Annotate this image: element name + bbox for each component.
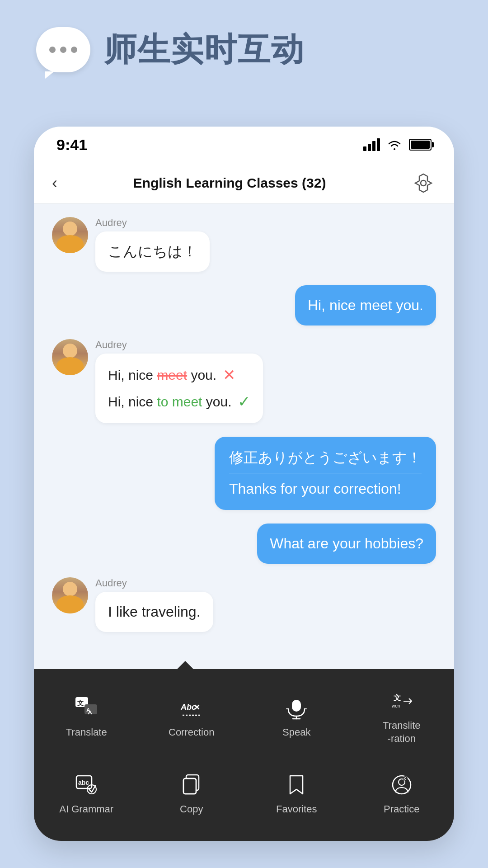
sender-name: Audrey	[95, 577, 213, 589]
menu-label-translate: Translate	[66, 726, 107, 739]
menu-label-favorites: Favorites	[276, 803, 317, 816]
svg-rect-7	[292, 700, 301, 712]
check-icon: ✓	[238, 390, 250, 413]
cross-icon: ✕	[223, 363, 235, 387]
svg-text:文: 文	[394, 693, 401, 702]
menu-item-transliteration[interactable]: 文 wen Translite -ration	[349, 678, 455, 755]
menu-label-practice: Practice	[384, 803, 419, 816]
status-time: 9:41	[56, 136, 87, 154]
message-text-line2: Thanks for your correction!	[229, 481, 401, 497]
menu-item-practice[interactable]: Practice	[349, 755, 455, 832]
menu-label-ai-grammar: AI Grammar	[59, 803, 113, 816]
avatar	[52, 577, 88, 613]
message-text-line1: 修正ありがとうございます！	[229, 449, 422, 466]
top-title: 师生实时互动	[104, 28, 305, 71]
signal-icon	[363, 138, 380, 151]
status-bar: 9:41	[34, 127, 454, 163]
correction-correct-row: Hi, nice to meet you. ✓	[108, 390, 250, 413]
menu-item-correction[interactable]: Abc Correction	[139, 678, 244, 755]
svg-text:Abc: Abc	[180, 703, 196, 712]
wifi-icon	[386, 138, 403, 151]
svg-text:A: A	[86, 707, 90, 713]
svg-text:文: 文	[77, 699, 84, 707]
menu-item-favorites[interactable]: Favorites	[244, 755, 349, 832]
message-row: Hi, nice meet you.	[52, 285, 436, 326]
chat-area: Audrey こんにちは！ Hi, nice meet you. Audrey …	[34, 203, 454, 669]
message-bubble: I like traveling.	[95, 592, 213, 632]
avatar	[52, 339, 88, 375]
menu-item-copy[interactable]: Copy	[139, 755, 244, 832]
sender-name: Audrey	[95, 339, 263, 351]
favorites-icon	[283, 771, 310, 798]
correction-message-row: Audrey Hi, nice meet you. ✕ Hi, nice to …	[52, 339, 436, 423]
translate-icon: 文 A	[73, 694, 100, 722]
nav-bar: ‹ English Learning Classes (32)	[34, 163, 454, 203]
menu-label-copy: Copy	[180, 803, 203, 816]
message-row: 修正ありがとうございます！ Thanks for your correction…	[52, 437, 436, 510]
menu-grid: 文 A Translate Abc Correcti	[34, 669, 454, 841]
wrong-word: meet	[157, 368, 187, 382]
message-row: Audrey こんにちは！	[52, 217, 436, 272]
svg-rect-19	[183, 778, 196, 794]
menu-label-speak: Speak	[282, 726, 310, 739]
message-text: こんにちは！	[108, 243, 197, 259]
message-text: Hi, nice meet you.	[308, 297, 423, 313]
avatar	[52, 217, 88, 253]
svg-point-1	[421, 180, 426, 186]
menu-item-ai-grammar[interactable]: abc AI Grammar	[34, 755, 139, 832]
svg-marker-0	[415, 174, 432, 192]
message-bubble: 修正ありがとうございます！ Thanks for your correction…	[215, 437, 436, 510]
back-button[interactable]: ‹	[52, 174, 57, 193]
message-row: What are your hobbies?	[52, 524, 436, 564]
bottom-menu: 文 A Translate Abc Correcti	[34, 669, 454, 841]
status-icons	[363, 138, 432, 151]
correct-word: to meet	[157, 394, 202, 409]
ai-grammar-icon: abc	[73, 771, 100, 798]
menu-item-speak[interactable]: Speak	[244, 678, 349, 755]
message-text: What are your hobbies?	[270, 535, 423, 552]
menu-label-transliteration: Translite -ration	[383, 719, 421, 745]
transliteration-icon: 文 wen	[388, 688, 415, 715]
settings-icon	[412, 172, 435, 194]
message-bubble: What are your hobbies?	[257, 524, 436, 564]
message-row: Audrey I like traveling.	[52, 577, 436, 632]
menu-item-translate[interactable]: 文 A Translate	[34, 678, 139, 755]
speak-icon	[283, 694, 310, 722]
phone-frame: 9:41 ‹ English Learning Classes (32)	[34, 127, 454, 841]
message-bubble: こんにちは！	[95, 231, 210, 272]
practice-icon	[388, 771, 415, 798]
dots	[49, 47, 77, 53]
correction-wrong-row: Hi, nice meet you. ✕	[108, 363, 250, 387]
settings-button[interactable]	[411, 170, 436, 196]
nav-title: English Learning Classes (32)	[66, 175, 393, 191]
chat-bubble-icon	[36, 27, 90, 72]
message-bubble: Hi, nice meet you.	[295, 285, 436, 326]
message-text: I like traveling.	[108, 604, 201, 620]
copy-icon	[178, 771, 205, 798]
menu-label-correction: Correction	[169, 726, 214, 739]
sender-name: Audrey	[95, 217, 210, 229]
abc-correction-icon: Abc	[178, 694, 205, 722]
svg-text:abc: abc	[78, 779, 89, 786]
correction-bubble: Hi, nice meet you. ✕ Hi, nice to meet yo…	[95, 354, 263, 423]
svg-text:wen: wen	[391, 703, 400, 708]
battery-icon	[409, 139, 432, 151]
top-area: 师生实时互动	[0, 0, 488, 90]
